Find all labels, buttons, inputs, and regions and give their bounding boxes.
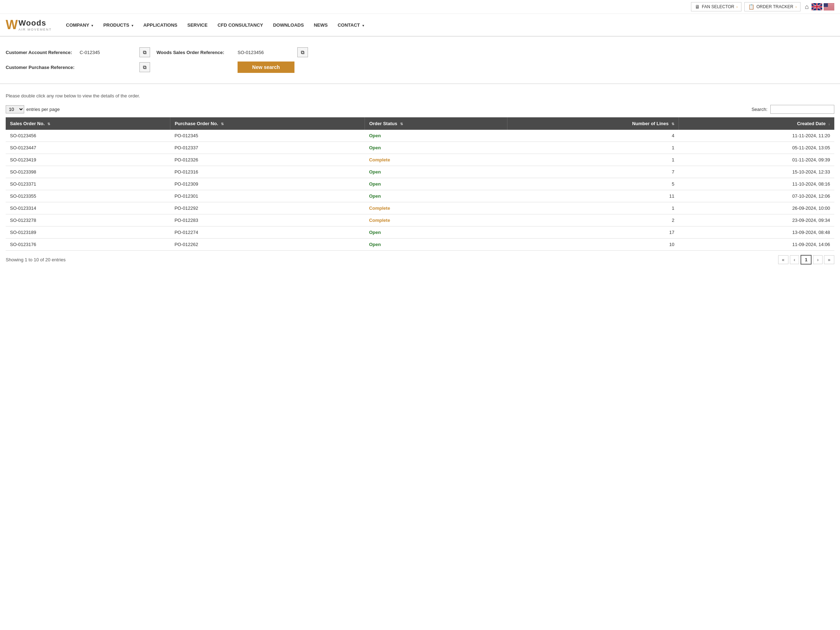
cell-sales-order: SO-0123419 xyxy=(6,154,171,166)
fan-selector-button[interactable]: 🖥 FAN SELECTOR › xyxy=(691,2,742,11)
pagination-section: Showing 1 to 10 of 20 entries « ‹ 1 › » xyxy=(0,251,840,269)
showing-text: Showing 1 to 10 of 20 entries xyxy=(6,257,65,262)
nav-label-products: PRODUCTS xyxy=(103,22,129,28)
table-row[interactable]: SO-0123189 PO-012274 Open 17 13-09-2024,… xyxy=(6,226,834,238)
nav-bar: W Woods AIR MOVEMENT COMPANY ▾ PRODUCTS … xyxy=(0,14,840,36)
nav-items: COMPANY ▾ PRODUCTS ▾ APPLICATIONS SERVIC… xyxy=(66,22,364,28)
table-row[interactable]: SO-0123419 PO-012326 Complete 1 01-11-20… xyxy=(6,154,834,166)
cell-purchase-order: PO-012292 xyxy=(171,202,365,215)
logo-sub: AIR MOVEMENT xyxy=(19,28,52,31)
nav-item-cfd[interactable]: CFD CONSULTANCY xyxy=(218,22,263,28)
form-section: Customer Account Reference: C-012345 ⧉ W… xyxy=(0,36,840,80)
cell-order-status: Open xyxy=(365,226,507,238)
nav-item-service[interactable]: SERVICE xyxy=(188,22,208,28)
cell-order-status: Open xyxy=(365,178,507,190)
prev-page-button[interactable]: ‹ xyxy=(790,255,799,264)
customer-purchase-label: Customer Purchase Reference: xyxy=(6,65,77,70)
table-row[interactable]: SO-0123371 PO-012309 Open 5 11-10-2024, … xyxy=(6,178,834,190)
nav-caret-products: ▾ xyxy=(132,24,133,27)
fan-selector-chevron: › xyxy=(736,5,737,9)
cell-created-date: 11-10-2024, 08:16 xyxy=(679,178,834,190)
cell-created-date: 11-09-2024, 14:06 xyxy=(679,238,834,251)
col-order-status[interactable]: Order Status ⇅ xyxy=(365,117,507,130)
entries-per-page-select[interactable]: 10 25 50 100 xyxy=(6,105,24,114)
col-sales-order[interactable]: Sales Order No. ⇅ xyxy=(6,117,171,130)
nav-label-contact: CONTACT xyxy=(338,22,360,28)
cell-created-date: 13-09-2024, 08:48 xyxy=(679,226,834,238)
logo-text: Woods AIR MOVEMENT xyxy=(19,19,52,31)
col-purchase-order-label: Purchase Order No. xyxy=(175,121,218,126)
nav-item-products[interactable]: PRODUCTS ▾ xyxy=(103,22,133,28)
nav-item-company[interactable]: COMPANY ▾ xyxy=(66,22,93,28)
cell-purchase-order: PO-012274 xyxy=(171,226,365,238)
svg-rect-14 xyxy=(824,3,828,7)
nav-label-news: NEWS xyxy=(314,22,328,28)
copy-customer-account-button[interactable]: ⧉ xyxy=(139,47,150,57)
cell-num-lines: 17 xyxy=(507,226,679,238)
nav-item-news[interactable]: NEWS xyxy=(314,22,328,28)
nav-caret-company: ▾ xyxy=(92,24,93,27)
copy-purchase-button[interactable]: ⧉ xyxy=(139,62,150,72)
table-row[interactable]: SO-0123176 PO-012262 Open 10 11-09-2024,… xyxy=(6,238,834,251)
us-flag-icon xyxy=(824,3,834,10)
col-created-date-label: Created Date xyxy=(797,121,826,126)
nav-item-applications[interactable]: APPLICATIONS xyxy=(143,22,177,28)
order-tracker-button[interactable]: 📋 ORDER TRACKER › xyxy=(744,2,801,11)
last-page-button[interactable]: » xyxy=(824,255,834,264)
cell-purchase-order: PO-012262 xyxy=(171,238,365,251)
nav-item-contact[interactable]: CONTACT ▾ xyxy=(338,22,364,28)
current-page-button[interactable]: 1 xyxy=(801,255,812,265)
home-button[interactable]: ⌂ xyxy=(805,3,809,11)
logo[interactable]: W Woods AIR MOVEMENT xyxy=(6,17,52,32)
cell-purchase-order: PO-012337 xyxy=(171,142,365,154)
logo-w-icon: W xyxy=(6,17,18,32)
new-search-button[interactable]: New search xyxy=(238,62,294,73)
table-row[interactable]: SO-0123398 PO-012316 Open 7 15-10-2024, … xyxy=(6,166,834,178)
col-num-lines-label: Number of Lines xyxy=(632,121,669,126)
logo-brand: Woods xyxy=(19,19,52,28)
cell-num-lines: 11 xyxy=(507,190,679,202)
col-num-lines[interactable]: Number of Lines ⇅ xyxy=(507,117,679,130)
cell-order-status: Complete xyxy=(365,202,507,215)
table-row[interactable]: SO-0123314 PO-012292 Complete 1 26-09-20… xyxy=(6,202,834,215)
first-page-button[interactable]: « xyxy=(778,255,788,264)
cell-num-lines: 1 xyxy=(507,142,679,154)
fan-selector-icon: 🖥 xyxy=(695,4,700,9)
cell-sales-order: SO-0123371 xyxy=(6,178,171,190)
cell-num-lines: 1 xyxy=(507,202,679,215)
table-row[interactable]: SO-0123456 PO-012345 Open 4 11-11-2024, … xyxy=(6,130,834,142)
uk-flag-icon xyxy=(812,3,822,10)
col-sales-order-label: Sales Order No. xyxy=(10,121,45,126)
table-row[interactable]: SO-0123278 PO-012283 Complete 2 23-09-20… xyxy=(6,215,834,226)
copy-sales-order-button[interactable]: ⧉ xyxy=(297,47,308,57)
entries-select-container: 10 25 50 100 entries per page xyxy=(6,105,60,114)
search-input[interactable] xyxy=(770,105,834,114)
woods-sales-order-value: SO-0123456 xyxy=(238,50,294,55)
order-tracker-icon: 📋 xyxy=(748,4,754,9)
col-created-date[interactable]: Created Date ↓ xyxy=(679,117,834,130)
nav-item-downloads[interactable]: DOWNLOADS xyxy=(273,22,304,28)
cell-purchase-order: PO-012309 xyxy=(171,178,365,190)
cell-sales-order: SO-0123314 xyxy=(6,202,171,215)
table-row[interactable]: SO-0123355 PO-012301 Open 11 07-10-2024,… xyxy=(6,190,834,202)
svg-rect-10 xyxy=(824,8,834,9)
svg-rect-9 xyxy=(824,8,834,8)
next-page-button[interactable]: › xyxy=(813,255,822,264)
col-purchase-order[interactable]: Purchase Order No. ⇅ xyxy=(171,117,365,130)
table-body: SO-0123456 PO-012345 Open 4 11-11-2024, … xyxy=(6,130,834,251)
cell-created-date: 01-11-2024, 09:39 xyxy=(679,154,834,166)
sort-icon-created-date: ↓ xyxy=(828,122,830,126)
order-tracker-chevron: › xyxy=(796,5,797,9)
nav-label-downloads: DOWNLOADS xyxy=(273,22,304,28)
cell-num-lines: 1 xyxy=(507,154,679,166)
table-controls: 10 25 50 100 entries per page Search: xyxy=(0,101,840,117)
instructions-text: Please double click any row below to vie… xyxy=(0,87,840,101)
cell-order-status: Open xyxy=(365,130,507,142)
section-divider xyxy=(0,84,840,84)
copy-icon-2: ⧉ xyxy=(301,49,305,55)
cell-purchase-order: PO-012326 xyxy=(171,154,365,166)
nav-label-applications: APPLICATIONS xyxy=(143,22,177,28)
sort-icon-order-status: ⇅ xyxy=(400,122,403,126)
table-row[interactable]: SO-0123447 PO-012337 Open 1 05-11-2024, … xyxy=(6,142,834,154)
nav-caret-contact: ▾ xyxy=(362,24,364,27)
